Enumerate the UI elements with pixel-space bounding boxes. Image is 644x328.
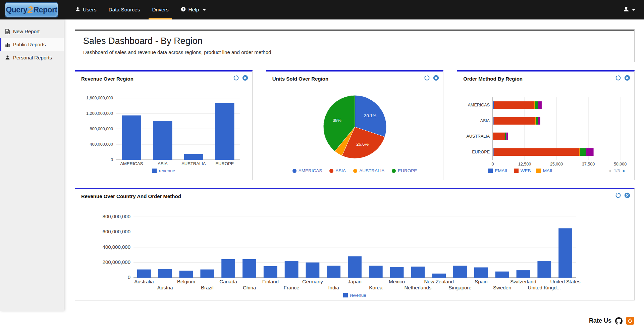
sidebar-item-personal-reports[interactable]: Personal Reports <box>0 51 64 64</box>
main-content: Sales Dashboard - By Region Dashboard of… <box>64 19 644 311</box>
legend-label: ASIA <box>335 169 346 173</box>
svg-text:Germany: Germany <box>302 279 323 284</box>
nav-item-drivers[interactable]: Drivers <box>146 0 174 19</box>
legend-item: AMERICAS <box>292 169 322 173</box>
new-report-file-icon <box>5 29 10 34</box>
svg-text:0: 0 <box>492 162 494 167</box>
chart-panel-revenue-over-country: Revenue Over Country And Order Method 02… <box>75 188 635 300</box>
brand-text: Query <box>6 5 27 14</box>
chart-legend: revenue <box>80 293 630 298</box>
legend-marker <box>343 293 348 297</box>
legend-marker <box>292 169 297 173</box>
svg-text:AMERICAS: AMERICAS <box>120 161 143 166</box>
chart-panel-order-method-by-region: Order Method By Region 012,50025,00037,5… <box>457 70 635 180</box>
close-icon[interactable] <box>624 192 630 198</box>
svg-text:New Zealand: New Zealand <box>424 279 454 284</box>
nav-item-data-sources[interactable]: Data Sources <box>102 0 146 19</box>
svg-text:37,500: 37,500 <box>582 162 595 167</box>
chart-legend: revenue <box>80 169 248 173</box>
dashboard-header-panel: Sales Dashboard - By Region Dashboard of… <box>75 30 635 62</box>
chart-legend: EMAILWEBMAIL◄1/3► <box>462 169 630 173</box>
svg-text:200,000,000: 200,000,000 <box>103 259 130 265</box>
svg-text:ASIA: ASIA <box>480 119 490 123</box>
nav-item-users[interactable]: Users <box>69 0 102 19</box>
page-subtitle: Dashboard of sales and revenue data acro… <box>83 49 626 55</box>
units-sold-over-region-chart: 30.1%26.6%39% <box>271 82 439 168</box>
sidebar-item-label: Public Reports <box>13 42 46 47</box>
refresh-icon[interactable] <box>424 75 430 81</box>
chevron-down-icon <box>203 9 206 11</box>
sidebar-item-label: New Report <box>13 29 40 34</box>
svg-text:Japan: Japan <box>348 279 362 284</box>
svg-text:China: China <box>243 285 256 290</box>
legend-label: WEB <box>521 169 531 173</box>
svg-text:Finland: Finland <box>262 279 279 284</box>
legend-prev-icon[interactable]: ◄ <box>607 169 612 173</box>
legend-marker <box>536 169 541 173</box>
revenue-over-country-chart: 0200,000,000400,000,000600,000,000800,00… <box>80 200 630 292</box>
nav-label: Help <box>189 7 199 13</box>
legend-label: revenue <box>159 169 175 173</box>
legend-marker <box>152 169 157 173</box>
svg-text:1,600,000,000: 1,600,000,000 <box>86 96 113 100</box>
legend-label: EUROPE <box>398 169 417 173</box>
nav-item-help[interactable]: ? Help <box>175 0 212 19</box>
svg-text:AMERICAS: AMERICAS <box>468 103 490 107</box>
svg-text:Korea: Korea <box>369 285 383 290</box>
svg-text:30.1%: 30.1% <box>364 113 376 118</box>
close-icon[interactable] <box>242 75 248 81</box>
svg-text:25,000: 25,000 <box>550 162 563 167</box>
legend-page-indicator: 1/3 <box>614 169 620 173</box>
rate-us-label: Rate Us <box>589 317 611 324</box>
svg-text:26.6%: 26.6% <box>356 142 369 147</box>
account-icon <box>623 6 629 13</box>
svg-text:ASIA: ASIA <box>158 161 168 166</box>
legend-marker <box>392 169 396 173</box>
sourceforge-icon[interactable] <box>626 317 634 325</box>
legend-marker <box>514 169 519 173</box>
user-menu[interactable] <box>622 6 637 13</box>
legend-item: AUSTRALIA <box>353 169 384 173</box>
sidebar-item-public-reports[interactable]: Public Reports <box>0 38 64 51</box>
close-icon[interactable] <box>624 75 630 81</box>
svg-text:800,000,000: 800,000,000 <box>90 127 113 131</box>
sidebar-item-new-report[interactable]: New Report <box>0 25 64 38</box>
close-icon[interactable] <box>433 75 439 81</box>
legend-pager: ◄1/3► <box>607 169 630 173</box>
person-icon <box>5 55 10 60</box>
chart-panel-revenue-over-region: Revenue Over Region 0400,000,000800,000,… <box>75 70 253 180</box>
github-icon[interactable] <box>615 317 623 325</box>
legend-label: EMAIL <box>495 169 508 173</box>
page-title: Sales Dashboard - By Region <box>83 36 626 46</box>
legend-item: EMAIL <box>488 169 508 173</box>
app-logo[interactable]: Query2Report <box>5 2 58 17</box>
sidebar: New Report Public Reports Personal Repor… <box>0 19 64 311</box>
legend-item: WEB <box>514 169 531 173</box>
sidebar-item-label: Personal Reports <box>13 55 52 60</box>
svg-text:800,000,000: 800,000,000 <box>103 214 130 219</box>
svg-text:Singapore: Singapore <box>448 285 471 290</box>
svg-text:Canada: Canada <box>219 279 237 284</box>
refresh-icon[interactable] <box>233 75 239 81</box>
svg-text:Spain: Spain <box>475 279 487 284</box>
svg-text:India: India <box>328 285 339 290</box>
svg-text:AUSTRALIA: AUSTRALIA <box>467 134 490 139</box>
svg-text:1,200,000,000: 1,200,000,000 <box>86 111 113 116</box>
legend-label: AUSTRALIA <box>359 169 384 173</box>
legend-next-icon[interactable]: ► <box>622 169 626 173</box>
svg-text:600,000,000: 600,000,000 <box>103 229 130 234</box>
page-footer: Rate Us <box>0 311 644 325</box>
refresh-icon[interactable] <box>615 75 621 81</box>
order-method-by-region-chart: 012,50025,00037,50050,000AMERICASASIAAUS… <box>462 82 630 168</box>
svg-text:50,000: 50,000 <box>614 162 627 167</box>
revenue-over-region-chart: 0400,000,000800,000,0001,200,000,0001,60… <box>80 82 248 168</box>
svg-text:400,000,000: 400,000,000 <box>90 142 113 147</box>
nav-label: Data Sources <box>108 7 140 13</box>
main-nav: Users Data Sources Drivers ? Help <box>69 0 212 19</box>
brand-digit: 2 <box>28 4 33 15</box>
legend-marker <box>488 169 493 173</box>
svg-text:Brazil: Brazil <box>201 285 214 290</box>
refresh-icon[interactable] <box>615 192 621 198</box>
legend-item: ASIA <box>329 169 346 173</box>
chevron-down-icon <box>632 9 635 11</box>
